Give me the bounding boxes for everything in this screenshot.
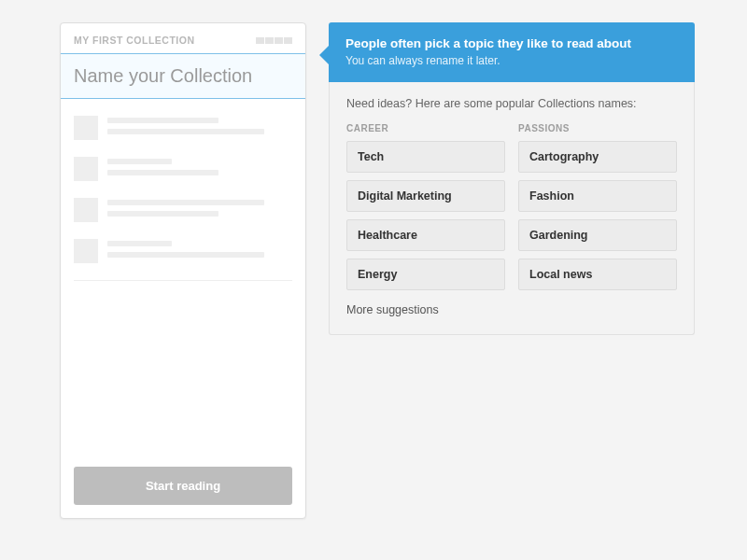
suggestion-gardening[interactable]: Gardening [518,219,677,251]
callout-arrow-icon [319,46,329,64]
suggestion-healthcare[interactable]: Healthcare [346,219,505,251]
collection-name-input[interactable] [61,53,305,99]
suggestion-digital-marketing[interactable]: Digital Marketing [346,180,505,212]
suggestion-fashion[interactable]: Fashion [518,180,677,212]
step-indicator-icon [256,37,292,44]
column-career-label: CAREER [346,123,505,133]
column-passions-label: PASSIONS [518,123,677,133]
suggestion-cartography[interactable]: Cartography [518,141,677,173]
panel-title: MY FIRST COLLECTION [74,35,194,46]
collection-panel: MY FIRST COLLECTION [60,22,306,519]
callout-title: People often pick a topic they like to r… [345,36,678,50]
more-suggestions-link[interactable]: More suggestions [346,303,439,316]
suggestion-energy[interactable]: Energy [346,259,505,290]
callout-subtitle: You can always rename it later. [345,54,678,67]
suggestion-local-news[interactable]: Local news [518,259,677,290]
placeholder-content [61,99,305,263]
start-reading-button[interactable]: Start reading [74,467,292,505]
suggestion-tech[interactable]: Tech [346,141,505,173]
tooltip-callout: People often pick a topic they like to r… [329,22,695,335]
ideas-intro: Need ideas? Here are some popular Collec… [346,97,677,110]
